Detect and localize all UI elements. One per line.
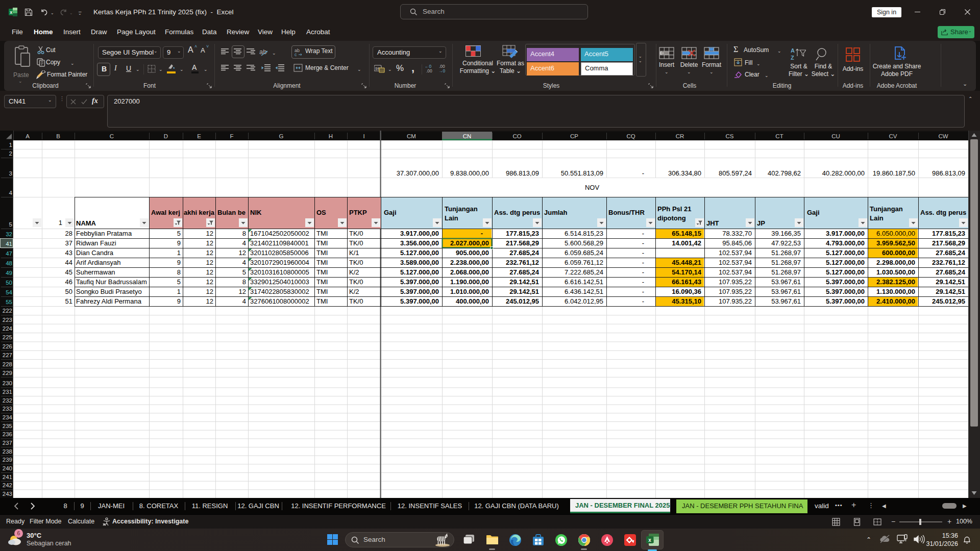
svg-text:6.050.000,00: 6.050.000,00 — [876, 230, 915, 237]
svg-text:5.127.000,00: 5.127.000,00 — [400, 249, 439, 257]
svg-text:Suhermawan: Suhermawan — [76, 268, 115, 276]
svg-text:231: 231 — [3, 389, 12, 395]
svg-text:12: 12 — [206, 239, 213, 247]
svg-text:66.161,43: 66.161,43 — [672, 278, 701, 286]
svg-text:27.685,24: 27.685,24 — [936, 268, 966, 276]
svg-text:230: 230 — [3, 380, 12, 386]
svg-text:5.397.000,00: 5.397.000,00 — [826, 288, 865, 295]
svg-text:TMI: TMI — [316, 288, 328, 295]
svg-text:177.815,23: 177.815,23 — [506, 230, 539, 237]
svg-text:Bulan be: Bulan be — [217, 209, 246, 216]
svg-text:TMI: TMI — [316, 268, 328, 276]
svg-text:28: 28 — [65, 230, 72, 237]
svg-text:B: B — [56, 133, 60, 139]
svg-text:50: 50 — [65, 288, 72, 295]
svg-text:50.551.813,09: 50.551.813,09 — [561, 169, 603, 177]
svg-text:229: 229 — [3, 370, 12, 376]
svg-text:3.589.000,00: 3.589.000,00 — [400, 259, 439, 266]
svg-text:TK/0: TK/0 — [349, 230, 363, 237]
svg-text:51: 51 — [65, 297, 72, 305]
svg-text:12: 12 — [206, 288, 213, 295]
svg-text:805.597,24: 805.597,24 — [719, 169, 752, 177]
svg-text:5.397.000,00: 5.397.000,00 — [400, 278, 439, 286]
svg-text:46: 46 — [65, 278, 72, 286]
svg-text:K/1: K/1 — [349, 249, 359, 257]
svg-text:-: - — [642, 278, 644, 286]
svg-text:224: 224 — [3, 325, 13, 332]
svg-text:45.315,10: 45.315,10 — [672, 297, 701, 305]
svg-text:51.268,97: 51.268,97 — [771, 268, 801, 276]
svg-text:239: 239 — [3, 457, 12, 463]
svg-text:6.436.142,51: 6.436.142,51 — [565, 288, 603, 295]
svg-text:12: 12 — [206, 230, 213, 237]
svg-text:102.537,94: 102.537,94 — [719, 249, 752, 257]
svg-text:3214021109840001: 3214021109840001 — [250, 239, 309, 247]
svg-text:Awal kerj: Awal kerj — [151, 209, 180, 216]
svg-text:CM: CM — [407, 133, 416, 139]
svg-text:3201031610800005: 3201031610800005 — [250, 268, 309, 276]
svg-text:32: 32 — [6, 231, 12, 237]
svg-text:5.397.000,00: 5.397.000,00 — [826, 297, 865, 305]
svg-text:240: 240 — [3, 465, 12, 471]
svg-text:53.967,61: 53.967,61 — [771, 278, 801, 286]
svg-text:Tunjangan: Tunjangan — [870, 205, 903, 213]
svg-text:-: - — [481, 230, 483, 237]
svg-text:Arif Ardiansyah: Arif Ardiansyah — [76, 259, 120, 266]
svg-text:9: 9 — [177, 259, 181, 266]
svg-text:9: 9 — [177, 297, 181, 305]
svg-text:JP: JP — [757, 219, 765, 227]
svg-text:41: 41 — [6, 241, 12, 247]
svg-text:243: 243 — [3, 491, 12, 497]
svg-text:8: 8 — [177, 268, 181, 276]
svg-text:4: 4 — [242, 259, 246, 266]
svg-text:dipotong: dipotong — [657, 214, 686, 222]
svg-text:TMI: TMI — [316, 230, 328, 237]
svg-text:6.042.012,95: 6.042.012,95 — [565, 297, 603, 305]
svg-text:986.813,09: 986.813,09 — [932, 169, 965, 177]
svg-text:3276061008000002: 3276061008000002 — [250, 297, 309, 305]
svg-text:47: 47 — [6, 251, 12, 257]
svg-text:Songko Budi Prasetyo: Songko Budi Prasetyo — [76, 288, 142, 295]
svg-text:CO: CO — [512, 133, 521, 139]
svg-text:3329012504010003: 3329012504010003 — [250, 278, 309, 286]
svg-text:228: 228 — [3, 361, 12, 367]
svg-text:3.356.000,00: 3.356.000,00 — [400, 239, 439, 247]
svg-text:4: 4 — [242, 239, 246, 247]
svg-text:95.845,06: 95.845,06 — [722, 239, 752, 247]
svg-text:3.917.000,00: 3.917.000,00 — [826, 230, 865, 237]
svg-text:1671042502050002: 1671042502050002 — [250, 230, 309, 237]
svg-text:Lain: Lain — [445, 214, 458, 222]
svg-text:TK/0: TK/0 — [349, 259, 363, 266]
svg-text:45: 45 — [65, 268, 72, 276]
svg-text:227: 227 — [3, 352, 12, 358]
svg-text:E: E — [197, 133, 201, 139]
svg-text:-: - — [642, 259, 644, 266]
svg-text:Ass. dtg perus: Ass. dtg perus — [920, 209, 966, 216]
svg-text:Fahrezy Aldi Permana: Fahrezy Aldi Permana — [76, 297, 142, 305]
svg-text:12: 12 — [206, 297, 213, 305]
svg-text:236: 236 — [3, 431, 12, 437]
svg-text:G: G — [279, 133, 284, 139]
svg-text:226: 226 — [3, 343, 12, 349]
svg-text:222: 222 — [3, 308, 12, 314]
svg-text:5.127.000,00: 5.127.000,00 — [826, 259, 865, 266]
svg-text:8: 8 — [242, 230, 246, 237]
svg-text:6.616.142,51: 6.616.142,51 — [565, 278, 603, 286]
svg-text:65.148,15: 65.148,15 — [672, 230, 701, 237]
svg-text:225: 225 — [3, 334, 12, 340]
svg-text:48: 48 — [6, 260, 12, 266]
svg-text:Jumlah: Jumlah — [544, 209, 568, 216]
svg-text:235: 235 — [3, 423, 12, 429]
svg-text:NIK: NIK — [250, 209, 262, 216]
svg-text:29.142,51: 29.142,51 — [936, 288, 965, 295]
svg-text:Dian Candra: Dian Candra — [76, 249, 114, 257]
svg-text:1.010.000,00: 1.010.000,00 — [450, 288, 489, 295]
svg-text:44: 44 — [65, 259, 72, 266]
svg-text:1: 1 — [59, 219, 62, 227]
svg-text:Gaji: Gaji — [807, 209, 820, 216]
svg-text:223: 223 — [3, 317, 12, 323]
svg-text:51.268,97: 51.268,97 — [771, 249, 801, 257]
svg-text:TMI: TMI — [316, 249, 328, 257]
svg-text:3: 3 — [9, 170, 12, 177]
svg-text:5: 5 — [242, 268, 246, 276]
